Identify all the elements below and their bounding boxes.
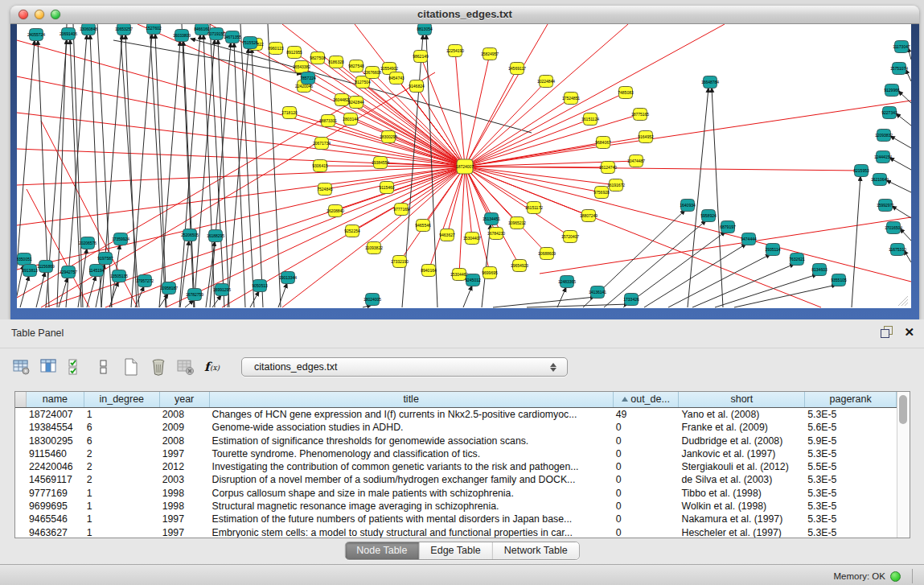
table-cell[interactable]: 0	[614, 421, 680, 434]
tab-edge-table[interactable]: Edge Table	[419, 542, 492, 559]
table-cell[interactable]: Yano et al. (2008)	[680, 408, 806, 421]
table-row[interactable]: 1872400712008Changes of HCN gene express…	[15, 408, 897, 421]
table-cell[interactable]: Jankovic et al. (1997)	[680, 447, 806, 460]
table-cell[interactable]: 0	[614, 526, 680, 538]
column-header-in_degree[interactable]: in_degree	[84, 392, 160, 407]
delete-column-button[interactable]	[148, 356, 169, 377]
table-cell[interactable]: 9465546	[27, 513, 84, 525]
table-cell[interactable]: 5.3E-5	[805, 500, 897, 513]
table-cell[interactable]	[15, 473, 27, 486]
table-cell[interactable]	[15, 500, 27, 513]
table-cell[interactable]: 5.3E-5	[805, 487, 897, 500]
table-cell[interactable]: 1997	[160, 526, 210, 538]
tab-network-table[interactable]: Network Table	[493, 542, 579, 559]
close-panel-icon[interactable]: ✕	[904, 326, 914, 338]
table-cell[interactable]: Tibbo et al. (1998)	[680, 487, 806, 500]
table-cell[interactable]: 2	[84, 460, 160, 473]
memory-ok-icon[interactable]	[890, 571, 901, 582]
table-cell[interactable]	[15, 460, 27, 473]
table-cell[interactable]: 2	[84, 473, 160, 486]
table-cell[interactable]: Changes of HCN gene expression and I(f) …	[210, 408, 614, 421]
show-columns-button[interactable]	[39, 356, 60, 377]
table-cell[interactable]: Disruption of a novel member of a sodium…	[210, 473, 614, 486]
column-header-year[interactable]: year	[160, 392, 210, 407]
table-row[interactable]: 946362711997Embryonic stem cells: a mode…	[15, 526, 897, 538]
table-select-combobox[interactable]: citations_edges.txt	[241, 357, 568, 377]
table-cell[interactable]	[15, 526, 27, 538]
table-cell[interactable]: 2003	[160, 473, 210, 486]
table-cell[interactable]: 1	[84, 487, 160, 500]
table-cell[interactable]: de Silva et al. (2003)	[680, 473, 806, 486]
table-cell[interactable]: 14569117	[27, 473, 84, 486]
table-cell[interactable]: 18300295	[27, 435, 84, 447]
table-cell[interactable]: 2	[84, 447, 160, 460]
table-cell[interactable]: 1	[84, 513, 160, 525]
table-cell[interactable]	[15, 408, 27, 421]
column-header-out_de[interactable]: out_de...	[614, 392, 680, 407]
table-cell[interactable]: 49	[614, 408, 680, 421]
window-titlebar[interactable]: citations_edges.txt	[10, 6, 919, 24]
table-cell[interactable]: 1998	[160, 500, 210, 513]
table-cell[interactable]: Franke et al. (2009)	[680, 421, 806, 434]
table-cell[interactable]: Hescheler et al. (1997)	[680, 526, 806, 538]
table-cell[interactable]: 9699695	[27, 500, 84, 513]
tab-node-table[interactable]: Node Table	[345, 542, 419, 559]
table-cell[interactable]: 9115460	[27, 447, 84, 460]
table-cell[interactable]: Tourette syndrome. Phenomenology and cla…	[210, 447, 614, 460]
table-cell[interactable]: 6	[84, 421, 160, 434]
table-cell[interactable]: 5.3E-5	[805, 513, 897, 525]
table-row[interactable]: 1830029562008Estimation of significance …	[15, 435, 897, 447]
table-cell[interactable]: 2008	[160, 408, 210, 421]
table-cell[interactable]: Dudbridge et al. (2008)	[680, 435, 806, 447]
network-canvas[interactable]: 1582495712254190986214910554902812750416…	[17, 24, 911, 308]
column-header-short[interactable]: short	[679, 392, 805, 407]
table-cell[interactable]: 5.9E-5	[805, 435, 897, 447]
table-cell[interactable]: 22420046	[27, 460, 84, 473]
table-row[interactable]: 1456911722003Disruption of a novel membe…	[15, 473, 897, 486]
table-row[interactable]: 977716911998Corpus callosum shape and si…	[15, 487, 897, 500]
table-cell[interactable]: 1	[84, 500, 160, 513]
table-cell[interactable]: 1997	[160, 513, 210, 525]
table-cell[interactable]: 0	[614, 460, 680, 473]
table-cell[interactable]: 5.3E-5	[805, 473, 897, 486]
column-header-title[interactable]: title	[210, 392, 614, 407]
table-row[interactable]: 911546021997Tourette syndrome. Phenomeno…	[15, 447, 897, 460]
table-cell[interactable]	[15, 421, 27, 434]
table-cell[interactable]: Investigating the contribution of common…	[210, 460, 614, 473]
create-column-button[interactable]	[121, 356, 142, 377]
float-panel-icon[interactable]	[881, 326, 893, 338]
table-cell[interactable]: 18724007	[27, 408, 84, 421]
table-cell[interactable]	[15, 447, 27, 460]
scrollbar-thumb[interactable]	[899, 395, 907, 424]
resize-grip-icon[interactable]	[897, 295, 910, 307]
network-graph[interactable]: 1582495712254190986214910554902812750416…	[17, 24, 911, 308]
table-cell[interactable]: 1	[84, 408, 160, 421]
table-cell[interactable]: Wolkin et al. (1998)	[680, 500, 806, 513]
table-cell[interactable]: Corpus callosum shape and size in male p…	[210, 487, 614, 500]
column-header-name[interactable]: name	[27, 392, 84, 407]
table-cell[interactable]: 0	[614, 447, 680, 460]
table-cell[interactable]: 5.5E-5	[805, 460, 897, 473]
table-cell[interactable]: 9463627	[27, 526, 84, 538]
column-header-pagerank[interactable]: pagerank	[805, 392, 897, 407]
table-row[interactable]: 946554611997Estimation of the future num…	[15, 513, 897, 525]
table-cell[interactable]	[15, 435, 27, 447]
table-cell[interactable]: 0	[614, 487, 680, 500]
table-cell[interactable]: Stergiakouli et al. (2012)	[680, 460, 806, 473]
table-cell[interactable]: 0	[614, 473, 680, 486]
table-row[interactable]: 2242004622012Investigating the contribut…	[15, 460, 897, 473]
delete-table-button[interactable]	[175, 356, 196, 377]
table-cell[interactable]	[15, 513, 27, 525]
table-cell[interactable]: 1998	[160, 487, 210, 500]
table-cell[interactable]	[15, 487, 27, 500]
table-cell[interactable]: 1997	[160, 447, 210, 460]
table-cell[interactable]: 6	[84, 435, 160, 447]
row-options-button[interactable]	[93, 356, 114, 377]
table-cell[interactable]: 0	[614, 435, 680, 447]
table-cell[interactable]: Genome-wide association studies in ADHD.	[210, 421, 614, 434]
table-cell[interactable]: 0	[614, 513, 680, 525]
table-row[interactable]: 1938455462009Genome-wide association stu…	[15, 421, 897, 434]
table-cell[interactable]: 0	[614, 500, 680, 513]
function-builder-button[interactable]: f(x)	[203, 356, 224, 377]
table-cell[interactable]: 5.6E-5	[805, 421, 897, 434]
